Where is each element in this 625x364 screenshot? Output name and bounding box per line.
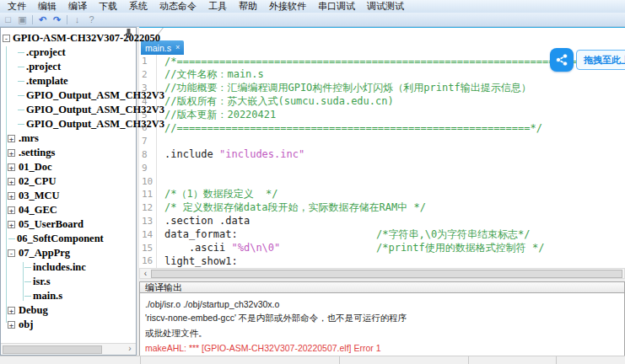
code-line: 11/*（1）数据段定义 */ bbox=[139, 188, 625, 201]
tree-item-label: .template bbox=[26, 75, 68, 88]
menu-item-帮助[interactable]: 帮助 bbox=[233, 0, 263, 13]
tree-item-label: 03_MCU bbox=[19, 190, 60, 202]
tree-item-05_UserBoard[interactable]: +05_UserBoard bbox=[1, 217, 136, 232]
code-editor[interactable]: 1/*=====================================… bbox=[139, 55, 625, 268]
code-segment: //版本更新：20220421 bbox=[164, 108, 276, 122]
code-segment: //======================================… bbox=[164, 122, 542, 134]
expand-icon[interactable]: + bbox=[8, 307, 15, 314]
tree-horizontal-scrollbar[interactable]: › bbox=[1, 343, 136, 355]
code-line-text bbox=[157, 135, 625, 148]
code-segment: "includes.inc" bbox=[219, 148, 304, 160]
code-segment: data_format: bbox=[164, 228, 238, 240]
code-segment: .include bbox=[164, 148, 219, 160]
tree-connector-dash bbox=[8, 238, 15, 239]
tree-item-06_SoftComponent[interactable]: 06_SoftComponent bbox=[1, 232, 136, 246]
tree-item-02_CPU[interactable]: +02_CPU bbox=[1, 174, 136, 189]
toolbar: □▣↶↷↓? bbox=[0, 13, 625, 27]
tree-item-01_Doc[interactable]: +01_Doc bbox=[1, 160, 136, 174]
drag-upload-label[interactable]: 拖拽至此上传 bbox=[576, 50, 625, 70]
tree-item-label: GPIO_Output_ASM_CH32V3 bbox=[26, 118, 164, 131]
tree-item-label: isr.s bbox=[33, 276, 51, 288]
tree-item-includes.inc[interactable]: includes.inc bbox=[1, 260, 136, 275]
menu-item-外接软件[interactable]: 外接软件 bbox=[263, 0, 312, 13]
tree-item-.cproject[interactable]: .cproject bbox=[1, 46, 136, 60]
compile-output-panel: 编译输出 ./obj/isr.o ./obj/startup_ch32v30x.… bbox=[139, 281, 625, 356]
expand-icon[interactable]: + bbox=[8, 163, 15, 171]
save-icon[interactable]: ▣ bbox=[16, 14, 29, 25]
compile-output-body[interactable]: ./obj/isr.o ./obj/startup_ch32v30x.o'ris… bbox=[139, 293, 625, 356]
expand-icon[interactable]: + bbox=[8, 135, 15, 142]
tree-item-label: 02_CPU bbox=[19, 175, 56, 188]
scroll-left-arrow[interactable]: ‹ bbox=[140, 269, 151, 278]
scrollbar-thumb[interactable] bbox=[151, 270, 622, 278]
expand-icon[interactable]: + bbox=[8, 206, 15, 214]
code-line: 8.include "includes.inc" bbox=[139, 148, 625, 162]
tree-item-GPIO_Output_ASM_CH32V3[interactable]: GPIO_Output_ASM_CH32V3 bbox=[1, 117, 136, 131]
status-cell bbox=[557, 356, 625, 364]
menu-bar: 文件编辑编译下载系统动态命令工具帮助外接软件串口调试调试测试 bbox=[0, 0, 625, 13]
tree-item-obj[interactable]: +obj bbox=[1, 318, 136, 332]
menu-item-编译[interactable]: 编译 bbox=[62, 0, 93, 13]
tree-item-label: GPIO_Output_ASM_CH32V3 bbox=[26, 104, 164, 116]
menu-item-文件[interactable]: 文件 bbox=[2, 0, 32, 13]
menu-item-串口调试[interactable]: 串口调试 bbox=[312, 0, 361, 13]
share-nodes-icon[interactable] bbox=[550, 48, 574, 72]
tree-item-07_AppPrg[interactable]: -07_AppPrg bbox=[1, 246, 136, 260]
menu-item-系统[interactable]: 系统 bbox=[123, 0, 154, 13]
expand-icon[interactable]: + bbox=[8, 221, 15, 228]
help-icon[interactable]: ? bbox=[85, 14, 98, 25]
line-number: 8 bbox=[139, 148, 157, 162]
tree-item-isr.s[interactable]: isr.s bbox=[1, 275, 136, 289]
project-tree-panel[interactable]: -GPIO-ASM-CH32V307-2022050.cproject.proj… bbox=[0, 27, 137, 356]
tree-item-.template[interactable]: .template bbox=[1, 74, 136, 88]
tree-item-GPIO_Output_ASM_CH32V3[interactable]: GPIO_Output_ASM_CH32V3 bbox=[1, 103, 136, 117]
menu-item-下载[interactable]: 下载 bbox=[93, 0, 123, 13]
tree-item-label: .cproject bbox=[26, 46, 66, 59]
tree-item-GPIO_Output_ASM_CH32V3[interactable]: GPIO_Output_ASM_CH32V3 bbox=[1, 88, 136, 103]
menu-item-工具[interactable]: 工具 bbox=[202, 0, 233, 13]
tree-item-Debug[interactable]: +Debug bbox=[1, 303, 136, 318]
collapse-icon[interactable]: - bbox=[8, 249, 15, 257]
line-number: 10 bbox=[139, 174, 157, 188]
collapse-icon[interactable]: - bbox=[3, 35, 10, 42]
tree-item-main.s[interactable]: main.s bbox=[1, 289, 136, 303]
code-segment: //文件名称：main.s bbox=[164, 67, 264, 82]
line-number: 7 bbox=[139, 135, 157, 148]
code-segment: /*======================================… bbox=[164, 56, 603, 67]
code-line: 12/* 定义数据存储data段开始，实际数据存储在RAM中 */ bbox=[139, 201, 625, 215]
undo-icon[interactable]: ↶ bbox=[36, 14, 49, 25]
menu-item-动态命令[interactable]: 动态命令 bbox=[154, 0, 202, 13]
tree-item-.settings[interactable]: +.settings bbox=[1, 146, 136, 160]
expand-icon[interactable]: + bbox=[8, 178, 15, 185]
menu-item-调试测试[interactable]: 调试测试 bbox=[361, 0, 410, 13]
tree-item-GPIO-ASM-CH32V307-2022050[interactable]: -GPIO-ASM-CH32V307-2022050 bbox=[1, 31, 136, 46]
tab-close-icon[interactable]: × bbox=[175, 44, 180, 51]
code-segment: /*printf使用的数据格式控制符 */ bbox=[376, 241, 544, 255]
output-line: 或批处理文件。 bbox=[145, 326, 619, 341]
tree-item-03_MCU[interactable]: +03_MCU bbox=[1, 189, 136, 203]
tree-item-label: GPIO_Output_ASM_CH32V3 bbox=[26, 89, 164, 102]
tree-connector-line bbox=[23, 262, 24, 301]
menu-item-编辑[interactable]: 编辑 bbox=[32, 0, 62, 13]
code-segment: "%d\n\0" bbox=[231, 242, 280, 254]
expand-icon[interactable]: + bbox=[8, 149, 15, 157]
code-line-text: .section .data bbox=[157, 215, 625, 228]
download-icon[interactable]: ↓ bbox=[71, 14, 84, 25]
tree-item-04_GEC[interactable]: +04_GEC bbox=[1, 203, 136, 217]
new-file-icon[interactable]: □ bbox=[2, 14, 14, 25]
tree-item-.mrs[interactable]: +.mrs bbox=[1, 131, 136, 146]
status-bar bbox=[0, 356, 625, 364]
tree-item-.project[interactable]: .project bbox=[1, 60, 136, 74]
drag-upload-overlay[interactable]: 拖拽至此上传 bbox=[550, 48, 625, 72]
code-segment: //功能概要：汇编编程调用GPIO构件控制小灯闪烁（利用printf输出提示信息… bbox=[164, 81, 531, 95]
scroll-right-arrow[interactable]: › bbox=[125, 344, 135, 354]
code-line-text: //功能概要：汇编编程调用GPIO构件控制小灯闪烁（利用printf输出提示信息… bbox=[157, 82, 625, 95]
redo-icon[interactable]: ↷ bbox=[51, 14, 63, 25]
scrollbar-thumb[interactable] bbox=[3, 345, 102, 354]
code-segment: /*（1）数据段定义 */ bbox=[164, 187, 278, 201]
expand-icon[interactable]: + bbox=[8, 192, 15, 200]
editor-horizontal-scrollbar[interactable]: ‹ bbox=[139, 268, 625, 279]
line-number: 13 bbox=[139, 215, 157, 228]
line-number: 14 bbox=[139, 228, 157, 241]
expand-icon[interactable]: + bbox=[8, 321, 15, 329]
